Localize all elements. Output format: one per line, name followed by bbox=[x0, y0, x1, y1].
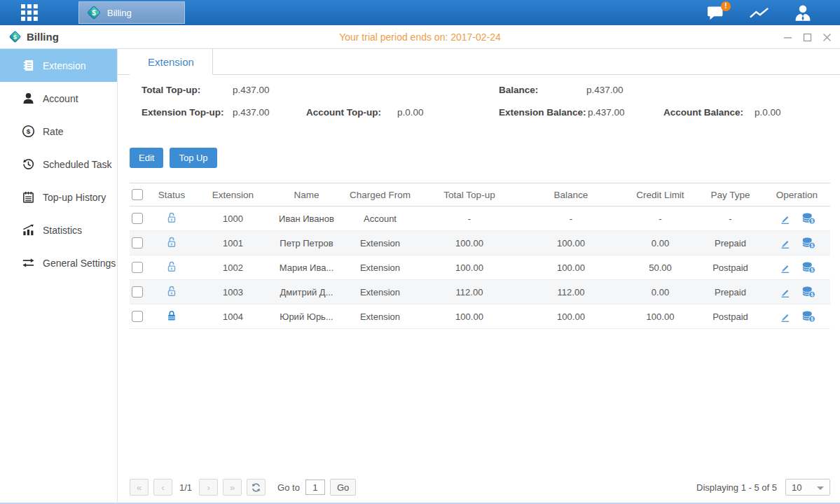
cell-balance: - bbox=[518, 214, 624, 224]
main-panel: Extension Total Top-up: p.437.00 Balance… bbox=[118, 49, 840, 502]
col-credit-limit: Credit Limit bbox=[624, 190, 697, 200]
svg-text:$: $ bbox=[13, 34, 17, 41]
select-all-checkbox[interactable] bbox=[132, 189, 143, 200]
edit-button[interactable]: Edit bbox=[130, 148, 163, 168]
cell-name: Петр Петров bbox=[273, 238, 340, 248]
cell-total-topup: 112.00 bbox=[420, 287, 518, 298]
row-edit-icon[interactable] bbox=[779, 262, 791, 274]
cell-total-topup: 100.00 bbox=[420, 262, 518, 273]
topup-history-icon bbox=[21, 190, 35, 204]
minimize-button[interactable] bbox=[783, 32, 792, 42]
sidebar-item-statistics[interactable]: Statistics bbox=[0, 214, 117, 246]
sidebar-item-label: General Settings bbox=[43, 258, 116, 269]
maximize-icon bbox=[803, 33, 812, 42]
row-topup-icon[interactable]: $ bbox=[801, 261, 815, 274]
sidebar-item-label: Rate bbox=[43, 126, 64, 137]
extension-topup-value: p.437.00 bbox=[233, 107, 270, 118]
cell-charged-from: Extension bbox=[340, 238, 420, 248]
top-bar: $ Billing ! bbox=[0, 0, 840, 25]
row-checkbox[interactable] bbox=[132, 213, 143, 224]
svg-text:$: $ bbox=[811, 243, 813, 248]
unlock-icon bbox=[165, 236, 178, 248]
row-topup-icon[interactable]: $ bbox=[801, 310, 815, 323]
cell-balance: 100.00 bbox=[518, 238, 624, 248]
app-grid-icon[interactable] bbox=[10, 0, 49, 25]
cell-credit-limit: - bbox=[624, 214, 697, 224]
cell-name: Юрий Юрь... bbox=[273, 312, 340, 322]
row-edit-icon[interactable] bbox=[779, 286, 791, 298]
col-operation: Operation bbox=[764, 190, 830, 200]
cell-balance: 100.00 bbox=[518, 312, 624, 322]
taskbar-item-billing[interactable]: $ Billing bbox=[78, 1, 185, 24]
row-checkbox[interactable] bbox=[132, 237, 143, 248]
row-checkbox[interactable] bbox=[132, 262, 143, 273]
cell-name: Дмитрий Д... bbox=[273, 287, 340, 298]
goto-label: Go to bbox=[277, 482, 300, 493]
first-page-button[interactable]: « bbox=[130, 479, 149, 496]
account-topup-label: Account Top-up: bbox=[306, 107, 381, 118]
row-checkbox[interactable] bbox=[132, 286, 143, 298]
cell-pay-type: Postpaid bbox=[697, 312, 764, 322]
page-size-select[interactable]: 10 bbox=[785, 479, 830, 496]
goto-page-input[interactable] bbox=[305, 479, 325, 495]
cell-extension: 1000 bbox=[193, 214, 273, 224]
sidebar-item-account[interactable]: Account bbox=[0, 82, 117, 115]
cell-charged-from: Extension bbox=[340, 287, 420, 298]
row-topup-icon[interactable]: $ bbox=[801, 212, 815, 225]
unlock-icon bbox=[165, 285, 178, 298]
messages-button[interactable]: ! bbox=[704, 2, 728, 23]
cell-pay-type: Postpaid bbox=[697, 262, 764, 273]
account-icon bbox=[21, 92, 35, 106]
extension-topup-label: Extension Top-up: bbox=[142, 107, 224, 118]
sidebar-item-extension[interactable]: Extension bbox=[0, 49, 117, 82]
maximize-button[interactable] bbox=[802, 32, 812, 42]
account-topup-value: p.0.00 bbox=[397, 107, 424, 118]
refresh-button[interactable] bbox=[247, 479, 266, 496]
svg-text:$: $ bbox=[811, 218, 813, 224]
taskbar-item-label: Billing bbox=[107, 8, 132, 18]
cell-credit-limit: 0.00 bbox=[624, 287, 697, 298]
topup-button[interactable]: Top Up bbox=[170, 148, 216, 168]
close-button[interactable] bbox=[822, 32, 832, 42]
cell-extension: 1003 bbox=[193, 287, 273, 298]
chevron-down-icon bbox=[817, 486, 824, 490]
row-edit-icon[interactable] bbox=[779, 311, 791, 323]
row-topup-icon[interactable]: $ bbox=[801, 237, 815, 249]
page-size-value: 10 bbox=[792, 482, 801, 493]
last-page-button[interactable]: » bbox=[223, 479, 242, 496]
svg-text:$: $ bbox=[811, 316, 813, 322]
total-topup-label: Total Top-up: bbox=[142, 85, 200, 95]
cell-credit-limit: 100.00 bbox=[624, 312, 697, 322]
tab-extension[interactable]: Extension bbox=[130, 49, 213, 75]
row-topup-icon[interactable]: $ bbox=[801, 286, 815, 298]
cell-extension: 1002 bbox=[193, 262, 273, 273]
statistics-monitor-button[interactable] bbox=[748, 2, 771, 23]
sidebar-item-scheduled-task[interactable]: Scheduled Task bbox=[0, 148, 117, 181]
page-indicator: 1/1 bbox=[179, 482, 192, 493]
row-edit-icon[interactable] bbox=[779, 213, 791, 225]
user-account-button[interactable] bbox=[791, 2, 815, 23]
window-title-bar: $ Billing Your trial period ends on: 201… bbox=[0, 25, 840, 49]
sidebar-item-topup-history[interactable]: Top-up History bbox=[0, 181, 117, 214]
prev-page-button[interactable]: ‹ bbox=[153, 479, 172, 496]
billing-app-icon: $ bbox=[86, 5, 102, 20]
sidebar-item-rate[interactable]: $ Rate bbox=[0, 115, 117, 148]
col-name: Name bbox=[273, 190, 340, 200]
cell-name: Иван Иванов bbox=[273, 214, 340, 224]
balance-label: Balance: bbox=[499, 85, 538, 95]
cell-total-topup: 100.00 bbox=[420, 238, 518, 248]
sidebar-item-label: Scheduled Task bbox=[43, 159, 112, 170]
next-page-button[interactable]: › bbox=[199, 479, 218, 496]
tab-strip: Extension bbox=[118, 49, 840, 75]
table-row: 1002 Мария Ива... Extension 100.00 100.0… bbox=[130, 255, 830, 280]
general-settings-icon bbox=[21, 256, 35, 270]
go-button[interactable]: Go bbox=[330, 479, 356, 496]
sidebar-item-general-settings[interactable]: General Settings bbox=[0, 246, 117, 279]
row-edit-icon[interactable] bbox=[779, 237, 791, 249]
balance-summary: Total Top-up: p.437.00 Balance: p.437.00… bbox=[130, 85, 830, 130]
cell-total-topup: 100.00 bbox=[420, 312, 518, 322]
rate-icon: $ bbox=[21, 125, 35, 139]
row-checkbox[interactable] bbox=[132, 311, 143, 322]
cell-extension: 1001 bbox=[193, 238, 273, 248]
account-balance-value: p.0.00 bbox=[755, 107, 781, 118]
